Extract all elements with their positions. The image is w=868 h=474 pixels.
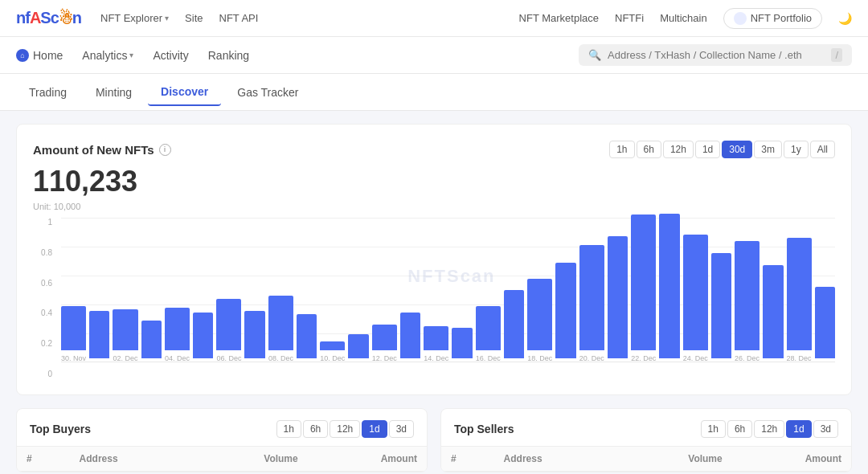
bar-27 (763, 265, 783, 358)
y-axis: 1 0.8 0.6 0.4 0.2 0 (33, 218, 57, 378)
nftfi-link[interactable]: NFTFi (615, 12, 644, 24)
sellers-col-volume: Volume (618, 447, 732, 472)
analytics-link[interactable]: Analytics ▾ (82, 49, 133, 62)
sellers-col-hash: # (441, 447, 494, 472)
dark-mode-toggle[interactable]: 🌙 (838, 12, 852, 25)
bar-label-18: 18. Dec (527, 354, 552, 362)
bar-group-21 (608, 236, 628, 362)
bar-group-20: 20. Dec (579, 245, 604, 362)
top-buyers-header: Top Buyers 1h 6h 12h 1d 3d (17, 409, 427, 447)
nft-explorer-chevron: ▾ (165, 14, 169, 22)
sellers-time-12h[interactable]: 12h (754, 420, 784, 438)
bottom-section: Top Buyers 1h 6h 12h 1d 3d # Address Vol… (16, 408, 852, 472)
bar-label-12: 12. Dec (372, 354, 397, 362)
bar-group-9 (297, 314, 317, 362)
bars-area: 30. Nov02. Dec04. Dec06. Dec08. Dec10. D… (61, 218, 835, 362)
bar-label-22: 22. Dec (631, 354, 656, 362)
chart-info-icon[interactable]: i (159, 144, 171, 156)
sellers-time-3d[interactable]: 3d (813, 420, 838, 438)
time-btn-1d[interactable]: 1d (695, 141, 720, 158)
bar-label-16: 16. Dec (476, 354, 501, 362)
search-input[interactable] (608, 49, 825, 61)
second-nav: ⌂ Home Analytics ▾ Activity Ranking 🔍 / (0, 37, 868, 74)
y-label-06: 0.6 (33, 279, 57, 288)
top-sellers-table: # Address Volume Amount (441, 447, 851, 472)
buyers-time-12h[interactable]: 12h (330, 420, 360, 438)
top-sellers-header: Top Sellers 1h 6h 12h 1d 3d (441, 409, 851, 447)
analytics-chevron: ▾ (129, 51, 133, 59)
bar-group-1 (89, 311, 109, 362)
bar-25 (711, 253, 731, 358)
bar-group-12: 12. Dec (372, 325, 397, 362)
bar-2 (113, 309, 137, 350)
time-btn-1h[interactable]: 1h (609, 141, 634, 158)
bar-group-29 (815, 287, 835, 362)
logo[interactable]: nfASc☃n (16, 9, 81, 28)
y-label-0: 0 (33, 370, 57, 378)
bar-group-18: 18. Dec (527, 279, 552, 362)
buyers-time-1d[interactable]: 1d (362, 420, 387, 438)
sellers-time-1h[interactable]: 1h (701, 420, 726, 438)
sellers-col-address: Address (494, 447, 618, 472)
bar-19 (555, 263, 575, 358)
tab-discover[interactable]: Discover (148, 79, 221, 106)
bar-label-14: 14. Dec (424, 354, 448, 362)
tab-bar: Trading Minting Discover Gas Tracker (0, 74, 868, 111)
bar-20 (579, 245, 604, 350)
sellers-time-1d[interactable]: 1d (786, 420, 811, 438)
bar-group-2: 02. Dec (113, 309, 137, 362)
time-btn-1y[interactable]: 1y (784, 141, 809, 158)
bar-label-4: 04. Dec (165, 354, 190, 362)
bar-group-14: 14. Dec (424, 326, 448, 362)
bar-label-6: 06. Dec (216, 354, 241, 362)
bar-group-16: 16. Dec (476, 306, 501, 362)
bar-23 (659, 214, 679, 358)
time-btn-all[interactable]: All (810, 141, 835, 158)
tab-trading[interactable]: Trading (16, 80, 80, 105)
buyers-time-3d[interactable]: 3d (389, 420, 414, 438)
nft-explorer-link[interactable]: NFT Explorer ▾ (100, 12, 169, 24)
buyers-time-1h[interactable]: 1h (276, 420, 301, 438)
bar-7 (244, 311, 264, 358)
bar-group-17 (504, 290, 524, 362)
chart-big-number: 110,233 (33, 165, 835, 198)
nft-api-link[interactable]: NFT API (219, 12, 259, 24)
time-btn-3m[interactable]: 3m (754, 141, 782, 158)
bar-13 (400, 313, 420, 358)
sellers-time-6h[interactable]: 6h (727, 420, 752, 438)
home-link[interactable]: ⌂ Home (16, 49, 63, 62)
time-btn-6h[interactable]: 6h (637, 141, 661, 158)
tab-gas-tracker[interactable]: Gas Tracker (224, 80, 311, 105)
nft-marketplace-link[interactable]: NFT Marketplace (519, 12, 599, 24)
bar-22 (631, 215, 656, 350)
time-btn-30d[interactable]: 30d (722, 141, 752, 158)
sellers-col-amount: Amount (732, 447, 851, 472)
buyers-col-hash: # (17, 447, 70, 472)
bar-group-13 (400, 313, 420, 362)
bar-9 (297, 314, 317, 358)
site-link[interactable]: Site (185, 12, 203, 24)
search-bar[interactable]: 🔍 / (579, 44, 852, 66)
activity-link[interactable]: Activity (153, 49, 188, 62)
chart-unit: Unit: 10,000 (33, 202, 835, 211)
bar-1 (89, 311, 109, 358)
nft-portfolio-button[interactable]: NFT Portfolio (723, 8, 822, 29)
time-btn-12h[interactable]: 12h (663, 141, 694, 158)
ranking-link[interactable]: Ranking (208, 49, 249, 62)
top-nav: nfASc☃n NFT Explorer ▾ Site NFT API NFT … (0, 0, 868, 37)
multichain-link[interactable]: Multichain (660, 12, 707, 24)
top-sellers-time-filters: 1h 6h 12h 1d 3d (701, 420, 838, 438)
bar-group-11 (348, 334, 368, 362)
top-nav-left: nfASc☃n NFT Explorer ▾ Site NFT API (16, 9, 258, 28)
bar-label-24: 24. Dec (683, 354, 708, 362)
chart-title: Amount of New NFTs i (33, 143, 171, 157)
bar-group-26: 26. Dec (735, 241, 760, 362)
bar-label-2: 02. Dec (113, 354, 137, 362)
tab-minting[interactable]: Minting (83, 80, 145, 105)
bar-group-5 (193, 313, 213, 362)
top-nav-right: NFT Marketplace NFTFi Multichain NFT Por… (519, 8, 852, 29)
top-buyers-title: Top Buyers (30, 423, 91, 435)
bar-group-22: 22. Dec (631, 215, 656, 362)
bar-label-8: 08. Dec (268, 354, 293, 362)
buyers-time-6h[interactable]: 6h (303, 420, 328, 438)
